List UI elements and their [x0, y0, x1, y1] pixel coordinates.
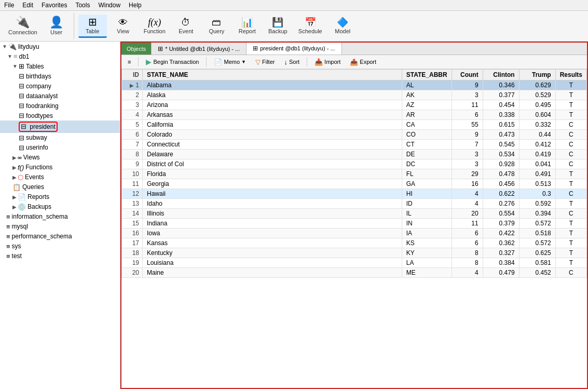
table-row[interactable]: 5 California CA 55 0.615 0.332 C: [122, 120, 587, 130]
table-row[interactable]: 20 Maine ME 4 0.479 0.452 C: [122, 268, 587, 278]
sidebar-table-subway[interactable]: ⊟ subway: [0, 133, 120, 143]
sidebar-table-dataanalyst[interactable]: ⊟ dataanalyst: [0, 91, 120, 101]
sidebar-backups[interactable]: ▶ 💿 Backups: [0, 202, 120, 212]
menu-button[interactable]: ≡: [125, 58, 134, 66]
sidebar-table-userinfo[interactable]: ⊟ userinfo: [0, 143, 120, 153]
cell-state-name: Delaware: [143, 150, 402, 159]
tool-report[interactable]: 📊 Report: [233, 16, 262, 36]
filter-label: Filter: [262, 59, 275, 65]
cell-id: 8: [122, 150, 143, 159]
backups-label: Backups: [28, 203, 51, 210]
sidebar-schema-test[interactable]: ≡ test: [0, 251, 120, 261]
cell-count: 6: [452, 110, 483, 120]
table-row[interactable]: 17 Kansas KS 6 0.362 0.572 T: [122, 238, 587, 248]
menu-tools[interactable]: Tools: [75, 2, 90, 9]
col-header-trump[interactable]: Trump: [519, 70, 555, 81]
cell-clinton: 0.384: [483, 258, 519, 268]
col-header-results[interactable]: Results: [555, 70, 586, 81]
table-row[interactable]: 8 Delaware DE 3 0.534 0.419 C: [122, 150, 587, 159]
sidebar-queries[interactable]: 📋 Queries: [0, 182, 120, 192]
table-row[interactable]: 4 Arkansas AR 6 0.338 0.604 T: [122, 110, 587, 120]
sidebar-tables[interactable]: ▼ ⊞ Tables: [0, 61, 120, 71]
user-button[interactable]: 👤 User: [44, 15, 70, 37]
sidebar-table-president-label: president: [30, 123, 55, 130]
sidebar-table-birthdays[interactable]: ⊟ birthdays: [0, 71, 120, 81]
table-row[interactable]: 16 Iowa IA 6 0.422 0.518 T: [122, 229, 587, 238]
table-row[interactable]: 10 Florida FL 29 0.478 0.491 T: [122, 169, 587, 179]
menu-favorites[interactable]: Favorites: [42, 2, 67, 9]
menu-file[interactable]: File: [4, 2, 14, 9]
tool-schedule[interactable]: 📅 Schedule: [294, 16, 326, 36]
sidebar-table-foodranking[interactable]: ⊟ foodranking: [0, 101, 120, 111]
export-button[interactable]: 📤 Export: [347, 57, 379, 67]
table-row[interactable]: 3 Arizona AZ 11 0.454 0.495 T: [122, 100, 587, 110]
tab-president[interactable]: ⊞ president @db1 (lityduyu) - ...: [247, 43, 341, 55]
col-header-count[interactable]: Count: [452, 70, 483, 81]
sidebar-db[interactable]: ▼ ≡ db1: [0, 51, 120, 61]
table-row[interactable]: 12 Hawaii HI 4 0.622 0.3 C: [122, 189, 587, 199]
memo-button[interactable]: 📄 Memo ▼: [211, 57, 249, 67]
table-row[interactable]: 7 Connecticut CT 7 0.545 0.412 C: [122, 140, 587, 150]
sidebar-schema-performance[interactable]: ≡ performance_schema: [0, 232, 120, 242]
tables-label: Tables: [26, 63, 44, 70]
sidebar-table-company[interactable]: ⊟ company: [0, 81, 120, 91]
menu-edit[interactable]: Edit: [22, 2, 33, 9]
import-button[interactable]: 📥 Import: [311, 57, 344, 67]
cell-results: C: [555, 150, 586, 159]
col-header-id[interactable]: ID: [122, 70, 143, 81]
table-row[interactable]: 15 Indiana IN 11 0.379 0.572 T: [122, 219, 587, 229]
table-row[interactable]: 6 Colorado CO 9 0.473 0.44 C: [122, 130, 587, 140]
begin-transaction-button[interactable]: ▶ Begin Transaction: [143, 57, 202, 67]
events-label: Events: [25, 173, 44, 181]
filter-button[interactable]: ▽ Filter: [252, 57, 278, 67]
tool-model[interactable]: 🔷 Model: [329, 16, 357, 36]
cell-clinton: 0.327: [483, 248, 519, 258]
table-body: ▶ 1 Alabama AL 9 0.346 0.629 T 2 Alaska …: [122, 81, 587, 278]
sidebar-schema-sys[interactable]: ≡ sys: [0, 242, 120, 251]
cell-state-name: Hawaii: [143, 189, 402, 199]
sort-button[interactable]: ↓ Sort: [281, 57, 303, 67]
cell-trump: 0.394: [519, 209, 555, 219]
table-row[interactable]: 9 District of Col DC 3 0.928 0.041 C: [122, 159, 587, 169]
tool-event-label: Event: [179, 28, 193, 34]
sidebar-schema-information[interactable]: ≡ information_schema: [0, 212, 120, 222]
tab-objects[interactable]: Objects: [121, 43, 152, 55]
tool-event[interactable]: ⏱ Event: [172, 16, 200, 36]
tool-function[interactable]: f(x) Function: [140, 16, 170, 36]
sidebar-events[interactable]: ▶ ⬡ Events: [0, 172, 120, 182]
sidebar-table-foodtypes[interactable]: ⊟ foodtypes: [0, 111, 120, 120]
sidebar-reports[interactable]: ▶ 📄 Reports: [0, 192, 120, 202]
menu-help[interactable]: Help: [129, 2, 142, 9]
table-row[interactable]: 13 Idaho ID 4 0.276 0.592 T: [122, 199, 587, 209]
tab-untitled[interactable]: ⊞ * Untitled @db1 (lityduyu) - ...: [152, 43, 247, 55]
sidebar-connection[interactable]: ▼ 🔌 lityduyu: [0, 42, 120, 51]
connection-button[interactable]: 🔌 Connection: [4, 15, 42, 37]
tool-table[interactable]: ⊞ Table: [78, 15, 107, 38]
table-row[interactable]: 2 Alaska AK 3 0.377 0.529 T: [122, 90, 587, 100]
data-table: ID STATE_NAME STATE_ABBR Count Clinton T…: [121, 69, 587, 278]
table-row[interactable]: ▶ 1 Alabama AL 9 0.346 0.629 T: [122, 81, 587, 90]
cell-id: 3: [122, 100, 143, 110]
tool-query[interactable]: 🗃 Query: [202, 16, 231, 36]
col-header-state-name[interactable]: STATE_NAME: [143, 70, 402, 81]
begin-transaction-icon: ▶: [146, 58, 152, 66]
col-header-clinton[interactable]: Clinton: [483, 70, 519, 81]
table-row[interactable]: 14 Illinois IL 20 0.554 0.394 C: [122, 209, 587, 219]
menu-icon: ≡: [128, 59, 131, 65]
cell-trump: 0.3: [519, 189, 555, 199]
col-header-state-abbr[interactable]: STATE_ABBR: [402, 70, 452, 81]
cell-state-name: Louisiana: [143, 258, 402, 268]
tab-bar: Objects ⊞ * Untitled @db1 (lityduyu) - .…: [121, 43, 587, 55]
cell-state-name: Colorado: [143, 130, 402, 140]
cell-state-name: Kansas: [143, 238, 402, 248]
table-row[interactable]: 11 Georgia GA 16 0.456 0.513 T: [122, 179, 587, 189]
tool-view[interactable]: 👁 View: [109, 16, 138, 36]
sidebar-table-president[interactable]: ⊟ president: [0, 120, 120, 133]
sidebar-functions[interactable]: ▶ f() Functions: [0, 163, 120, 172]
sidebar-views[interactable]: ▶ ∞ Views: [0, 153, 120, 163]
sidebar-schema-mysql[interactable]: ≡ mysql: [0, 222, 120, 232]
menu-window[interactable]: Window: [98, 2, 120, 9]
table-row[interactable]: 19 Louisiana LA 8 0.384 0.581 T: [122, 258, 587, 268]
table-row[interactable]: 18 Kentucky KY 8 0.327 0.625 T: [122, 248, 587, 258]
tool-backup[interactable]: 💾 Backup: [264, 16, 292, 36]
